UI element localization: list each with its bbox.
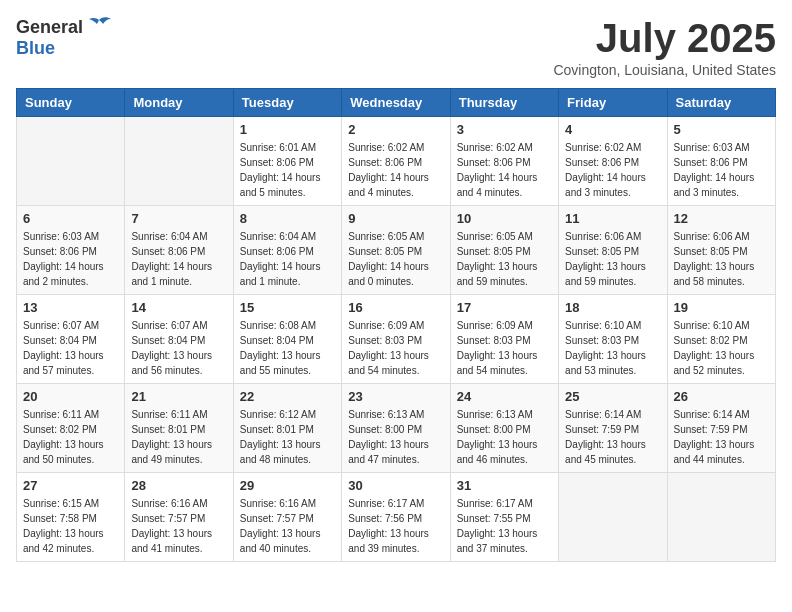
calendar-week-row: 6Sunrise: 6:03 AM Sunset: 8:06 PM Daylig…	[17, 206, 776, 295]
day-info: Sunrise: 6:06 AM Sunset: 8:05 PM Dayligh…	[674, 229, 769, 289]
weekday-header-row: SundayMondayTuesdayWednesdayThursdayFrid…	[17, 89, 776, 117]
weekday-header-cell: Tuesday	[233, 89, 341, 117]
day-number: 29	[240, 478, 335, 493]
calendar-cell: 15Sunrise: 6:08 AM Sunset: 8:04 PM Dayli…	[233, 295, 341, 384]
calendar-cell: 27Sunrise: 6:15 AM Sunset: 7:58 PM Dayli…	[17, 473, 125, 562]
calendar-cell	[559, 473, 667, 562]
day-info: Sunrise: 6:12 AM Sunset: 8:01 PM Dayligh…	[240, 407, 335, 467]
day-info: Sunrise: 6:09 AM Sunset: 8:03 PM Dayligh…	[457, 318, 552, 378]
weekday-header-cell: Saturday	[667, 89, 775, 117]
calendar-body: 1Sunrise: 6:01 AM Sunset: 8:06 PM Daylig…	[17, 117, 776, 562]
day-info: Sunrise: 6:06 AM Sunset: 8:05 PM Dayligh…	[565, 229, 660, 289]
calendar-cell: 29Sunrise: 6:16 AM Sunset: 7:57 PM Dayli…	[233, 473, 341, 562]
logo-blue-text: Blue	[16, 38, 55, 59]
calendar-cell: 2Sunrise: 6:02 AM Sunset: 8:06 PM Daylig…	[342, 117, 450, 206]
day-number: 2	[348, 122, 443, 137]
calendar-week-row: 13Sunrise: 6:07 AM Sunset: 8:04 PM Dayli…	[17, 295, 776, 384]
day-number: 21	[131, 389, 226, 404]
day-info: Sunrise: 6:07 AM Sunset: 8:04 PM Dayligh…	[23, 318, 118, 378]
day-number: 17	[457, 300, 552, 315]
calendar-cell: 4Sunrise: 6:02 AM Sunset: 8:06 PM Daylig…	[559, 117, 667, 206]
day-info: Sunrise: 6:09 AM Sunset: 8:03 PM Dayligh…	[348, 318, 443, 378]
calendar: SundayMondayTuesdayWednesdayThursdayFrid…	[16, 88, 776, 562]
day-info: Sunrise: 6:04 AM Sunset: 8:06 PM Dayligh…	[131, 229, 226, 289]
weekday-header-cell: Thursday	[450, 89, 558, 117]
day-info: Sunrise: 6:03 AM Sunset: 8:06 PM Dayligh…	[23, 229, 118, 289]
logo-general-text: General	[16, 17, 83, 38]
calendar-cell: 23Sunrise: 6:13 AM Sunset: 8:00 PM Dayli…	[342, 384, 450, 473]
day-number: 10	[457, 211, 552, 226]
calendar-week-row: 20Sunrise: 6:11 AM Sunset: 8:02 PM Dayli…	[17, 384, 776, 473]
calendar-cell: 21Sunrise: 6:11 AM Sunset: 8:01 PM Dayli…	[125, 384, 233, 473]
calendar-cell	[667, 473, 775, 562]
day-number: 13	[23, 300, 118, 315]
calendar-cell: 8Sunrise: 6:04 AM Sunset: 8:06 PM Daylig…	[233, 206, 341, 295]
calendar-cell: 17Sunrise: 6:09 AM Sunset: 8:03 PM Dayli…	[450, 295, 558, 384]
calendar-cell: 19Sunrise: 6:10 AM Sunset: 8:02 PM Dayli…	[667, 295, 775, 384]
day-info: Sunrise: 6:07 AM Sunset: 8:04 PM Dayligh…	[131, 318, 226, 378]
day-info: Sunrise: 6:13 AM Sunset: 8:00 PM Dayligh…	[348, 407, 443, 467]
day-info: Sunrise: 6:08 AM Sunset: 8:04 PM Dayligh…	[240, 318, 335, 378]
day-number: 9	[348, 211, 443, 226]
calendar-cell: 12Sunrise: 6:06 AM Sunset: 8:05 PM Dayli…	[667, 206, 775, 295]
day-number: 20	[23, 389, 118, 404]
day-info: Sunrise: 6:02 AM Sunset: 8:06 PM Dayligh…	[348, 140, 443, 200]
day-info: Sunrise: 6:01 AM Sunset: 8:06 PM Dayligh…	[240, 140, 335, 200]
day-number: 24	[457, 389, 552, 404]
day-info: Sunrise: 6:16 AM Sunset: 7:57 PM Dayligh…	[131, 496, 226, 556]
calendar-cell: 14Sunrise: 6:07 AM Sunset: 8:04 PM Dayli…	[125, 295, 233, 384]
calendar-cell: 3Sunrise: 6:02 AM Sunset: 8:06 PM Daylig…	[450, 117, 558, 206]
day-number: 18	[565, 300, 660, 315]
day-info: Sunrise: 6:17 AM Sunset: 7:56 PM Dayligh…	[348, 496, 443, 556]
calendar-cell: 31Sunrise: 6:17 AM Sunset: 7:55 PM Dayli…	[450, 473, 558, 562]
day-number: 1	[240, 122, 335, 137]
calendar-cell	[125, 117, 233, 206]
day-info: Sunrise: 6:16 AM Sunset: 7:57 PM Dayligh…	[240, 496, 335, 556]
calendar-cell: 10Sunrise: 6:05 AM Sunset: 8:05 PM Dayli…	[450, 206, 558, 295]
day-info: Sunrise: 6:11 AM Sunset: 8:01 PM Dayligh…	[131, 407, 226, 467]
weekday-header-cell: Monday	[125, 89, 233, 117]
calendar-cell: 16Sunrise: 6:09 AM Sunset: 8:03 PM Dayli…	[342, 295, 450, 384]
weekday-header-cell: Wednesday	[342, 89, 450, 117]
header: General Blue July 2025 Covington, Louisi…	[16, 16, 776, 78]
logo-bird-icon	[85, 16, 113, 38]
day-info: Sunrise: 6:04 AM Sunset: 8:06 PM Dayligh…	[240, 229, 335, 289]
calendar-cell: 9Sunrise: 6:05 AM Sunset: 8:05 PM Daylig…	[342, 206, 450, 295]
day-number: 3	[457, 122, 552, 137]
calendar-cell: 25Sunrise: 6:14 AM Sunset: 7:59 PM Dayli…	[559, 384, 667, 473]
day-number: 15	[240, 300, 335, 315]
day-number: 25	[565, 389, 660, 404]
day-info: Sunrise: 6:14 AM Sunset: 7:59 PM Dayligh…	[565, 407, 660, 467]
main-title: July 2025	[553, 16, 776, 60]
calendar-cell: 6Sunrise: 6:03 AM Sunset: 8:06 PM Daylig…	[17, 206, 125, 295]
calendar-week-row: 27Sunrise: 6:15 AM Sunset: 7:58 PM Dayli…	[17, 473, 776, 562]
weekday-header-cell: Sunday	[17, 89, 125, 117]
calendar-cell: 1Sunrise: 6:01 AM Sunset: 8:06 PM Daylig…	[233, 117, 341, 206]
day-info: Sunrise: 6:02 AM Sunset: 8:06 PM Dayligh…	[457, 140, 552, 200]
logo: General Blue	[16, 16, 113, 59]
calendar-cell: 11Sunrise: 6:06 AM Sunset: 8:05 PM Dayli…	[559, 206, 667, 295]
day-info: Sunrise: 6:03 AM Sunset: 8:06 PM Dayligh…	[674, 140, 769, 200]
day-info: Sunrise: 6:11 AM Sunset: 8:02 PM Dayligh…	[23, 407, 118, 467]
day-number: 16	[348, 300, 443, 315]
calendar-cell: 28Sunrise: 6:16 AM Sunset: 7:57 PM Dayli…	[125, 473, 233, 562]
day-number: 19	[674, 300, 769, 315]
day-number: 31	[457, 478, 552, 493]
day-info: Sunrise: 6:05 AM Sunset: 8:05 PM Dayligh…	[457, 229, 552, 289]
calendar-week-row: 1Sunrise: 6:01 AM Sunset: 8:06 PM Daylig…	[17, 117, 776, 206]
day-number: 8	[240, 211, 335, 226]
day-number: 12	[674, 211, 769, 226]
day-info: Sunrise: 6:13 AM Sunset: 8:00 PM Dayligh…	[457, 407, 552, 467]
day-info: Sunrise: 6:17 AM Sunset: 7:55 PM Dayligh…	[457, 496, 552, 556]
day-number: 7	[131, 211, 226, 226]
calendar-cell	[17, 117, 125, 206]
day-info: Sunrise: 6:10 AM Sunset: 8:03 PM Dayligh…	[565, 318, 660, 378]
day-info: Sunrise: 6:10 AM Sunset: 8:02 PM Dayligh…	[674, 318, 769, 378]
day-number: 27	[23, 478, 118, 493]
calendar-cell: 24Sunrise: 6:13 AM Sunset: 8:00 PM Dayli…	[450, 384, 558, 473]
day-info: Sunrise: 6:14 AM Sunset: 7:59 PM Dayligh…	[674, 407, 769, 467]
title-area: July 2025 Covington, Louisiana, United S…	[553, 16, 776, 78]
day-info: Sunrise: 6:02 AM Sunset: 8:06 PM Dayligh…	[565, 140, 660, 200]
day-number: 6	[23, 211, 118, 226]
calendar-cell: 7Sunrise: 6:04 AM Sunset: 8:06 PM Daylig…	[125, 206, 233, 295]
